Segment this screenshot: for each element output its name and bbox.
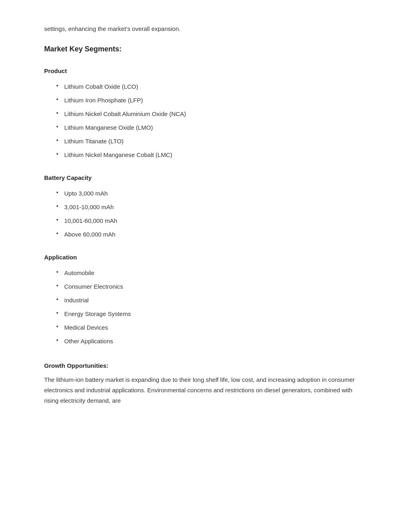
- battery-capacity-list: Upto 3,000 mAh 3,001-10,000 mAh 10,001-6…: [44, 187, 367, 241]
- application-list: Automobile Consumer Electronics Industri…: [44, 266, 367, 348]
- growth-opportunities-text: The lithium-ion battery market is expand…: [44, 375, 367, 406]
- product-subsection-title: Product: [44, 66, 367, 76]
- list-item: Other Applications: [56, 334, 367, 348]
- product-list: Lithium Cobalt Oxide (LCO) Lithium Iron …: [44, 80, 367, 162]
- list-item: Medical Devices: [56, 321, 367, 334]
- list-item: 10,001-60,000 mAh: [56, 214, 367, 228]
- list-item: Consumer Electronics: [56, 280, 367, 294]
- list-item: Above 60,000 mAh: [56, 228, 367, 241]
- battery-capacity-subsection-title: Battery Capacity: [44, 173, 367, 183]
- list-item: Lithium Titanate (LTO): [56, 135, 367, 148]
- list-item: Industrial: [56, 294, 367, 307]
- list-item: Energy Storage Systems: [56, 307, 367, 321]
- market-key-segments-title: Market Key Segments:: [44, 43, 367, 55]
- intro-paragraph: settings, enhancing the market's overall…: [44, 24, 367, 34]
- application-subsection-title: Application: [44, 253, 367, 262]
- list-item: Lithium Nickel Manganese Cobalt (LMC): [56, 148, 367, 162]
- growth-opportunities-title: Growth Opportunities:: [44, 361, 367, 371]
- list-item: Automobile: [56, 266, 367, 280]
- list-item: Lithium Cobalt Oxide (LCO): [56, 80, 367, 94]
- list-item: Lithium Iron Phosphate (LFP): [56, 94, 367, 107]
- list-item: Lithium Nickel Cobalt Aluminium Oxide (N…: [56, 107, 367, 121]
- list-item: 3,001-10,000 mAh: [56, 200, 367, 214]
- list-item: Upto 3,000 mAh: [56, 187, 367, 200]
- list-item: Lithium Manganese Oxide (LMO): [56, 121, 367, 135]
